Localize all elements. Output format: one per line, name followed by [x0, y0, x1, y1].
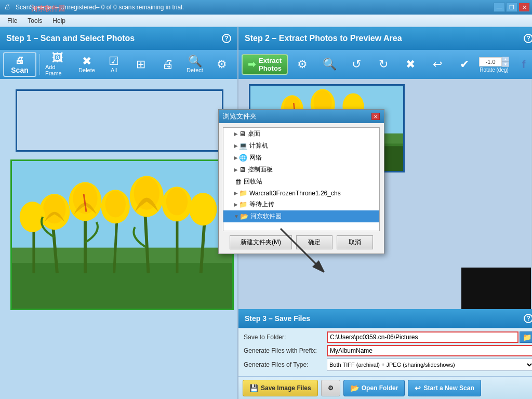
folder-icon-wait: 📁 — [239, 201, 247, 208]
tree-item-label: 回收站 — [244, 177, 262, 186]
control-panel-icon: 🖥 — [239, 166, 246, 174]
main-area: Step 1 – Scan and Select Photos ? 🖨 Scan… — [0, 27, 532, 399]
tree-item-label: 控制面板 — [248, 165, 273, 174]
expand-icon: ▶ — [234, 190, 238, 196]
expand-icon: ▶ — [234, 131, 238, 137]
dialog-title: 浏览文件夹 — [223, 112, 257, 121]
tree-item-recycle[interactable]: 🗑 回收站 — [223, 176, 379, 188]
tree-item-label: 计算机 — [249, 141, 268, 150]
tree-item-hedong[interactable]: ▼ 📂 河东软件园 — [223, 210, 379, 222]
tree-item-desktop[interactable]: ▶ 🖥 桌面 — [223, 128, 379, 140]
expand-icon: ▶ — [234, 167, 238, 172]
tree-item-network[interactable]: ▶ 🌐 网络 — [223, 152, 379, 164]
expand-icon: ▶ — [234, 155, 238, 161]
watermark: 河东软件园 — [31, 4, 65, 14]
tree-item-label: 桌面 — [248, 129, 260, 138]
expand-icon: ▶ — [234, 143, 238, 149]
tree-item-control-panel[interactable]: ▶ 🖥 控制面板 — [223, 164, 379, 176]
folder-tree: ▶ 🖥 桌面 ▶ 💻 计算机 ▶ 🌐 网络 ▶ — [223, 127, 380, 231]
folder-tree-icon: 🖥 — [239, 130, 246, 138]
tree-item-computer[interactable]: ▶ 💻 计算机 — [223, 140, 379, 152]
computer-icon: 💻 — [239, 142, 247, 150]
tree-item-label: 网络 — [249, 153, 262, 162]
dialog-overlay: 浏览文件夹 ✕ ▶ 🖥 桌面 ▶ 💻 计算机 ▶ — [0, 0, 532, 399]
dialog-titlebar: 浏览文件夹 ✕ — [219, 110, 384, 123]
recycle-icon: 🗑 — [235, 178, 242, 185]
tree-item-label: Warcraft3FrozenThrone1.26_chs — [249, 190, 341, 197]
tree-item-label: 河东软件园 — [250, 212, 282, 221]
cancel-button[interactable]: 取消 — [337, 235, 373, 249]
dialog-close-button[interactable]: ✕ — [371, 113, 380, 120]
expand-icon: ▼ — [234, 214, 239, 219]
folder-icon-w: 📁 — [239, 189, 247, 197]
tree-item-label: 等待上传 — [249, 200, 274, 209]
arrow-pointer — [275, 223, 338, 286]
tree-item-waiting[interactable]: ▶ 📁 等待上传 — [223, 198, 379, 210]
expand-icon: ▶ — [234, 202, 238, 207]
svg-line-36 — [281, 229, 322, 270]
network-icon: 🌐 — [239, 154, 247, 162]
folder-open-icon: 📂 — [240, 212, 248, 220]
tree-item-warcraft[interactable]: ▶ 📁 Warcraft3FrozenThrone1.26_chs — [223, 188, 379, 198]
